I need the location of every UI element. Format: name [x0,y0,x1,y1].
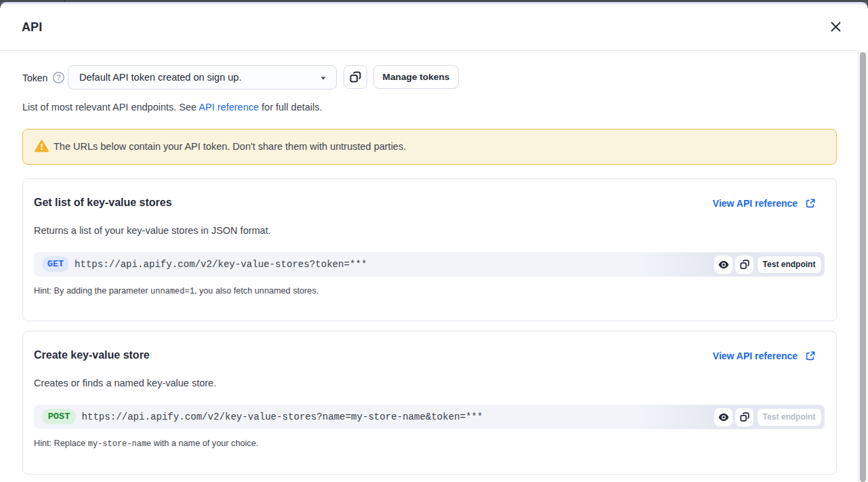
svg-text:?: ? [56,73,60,81]
